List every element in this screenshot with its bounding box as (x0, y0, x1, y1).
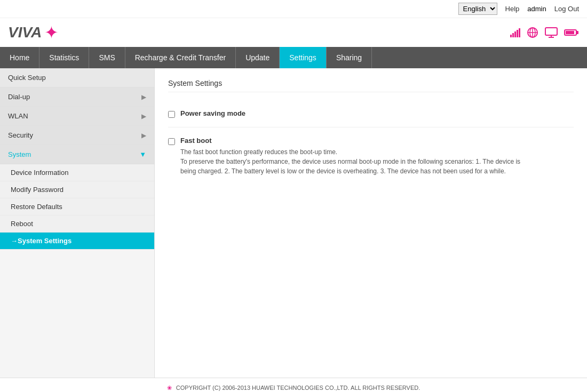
logo-star-icon: ✦ (44, 22, 59, 43)
sidebar-item-label: Dial-up (8, 93, 30, 101)
copyright-text: COPYRIGHT (C) 2006-2013 HUAWEI TECHNOLOG… (176, 385, 420, 391)
fast-boot-description: The fast boot function greatly reduces t… (180, 147, 527, 176)
power-saving-label[interactable]: Power saving mode (180, 109, 245, 117)
nav-sharing[interactable]: Sharing (327, 47, 372, 68)
header-top-row: English Help admin Log Out (0, 0, 587, 18)
nav-update[interactable]: Update (236, 47, 280, 68)
sidebar-item-dialup[interactable]: Dial-up ▶ (0, 87, 154, 107)
globe-icon (527, 27, 538, 38)
sidebar-item-wlan[interactable]: WLAN ▶ (0, 107, 154, 126)
power-saving-checkbox[interactable] (168, 111, 175, 118)
language-dropdown[interactable]: English (458, 3, 497, 15)
monitor-icon (545, 27, 558, 38)
nav-sms[interactable]: SMS (89, 47, 125, 68)
svg-rect-8 (566, 31, 574, 34)
main-content: System Settings Power saving mode Fast b… (155, 68, 587, 378)
content-wrapper: SetupRouter.com Quick Setup Dial-up ▶ WL… (0, 68, 587, 378)
section-title: System Settings (168, 79, 574, 92)
power-saving-container: Power saving mode (180, 109, 245, 117)
sidebar-subitem-system-settings[interactable]: →System Settings (0, 233, 154, 250)
header: English Help admin Log Out VIVA ✦ (0, 0, 587, 47)
sidebar-subitem-modify-password[interactable]: Modify Password (0, 181, 154, 198)
sidebar-item-security[interactable]: Security ▶ (0, 126, 154, 145)
status-icons (510, 27, 579, 38)
footer: ❀ COPYRIGHT (C) 2006-2013 HUAWEI TECHNOL… (0, 378, 587, 392)
header-main-row: VIVA ✦ (0, 18, 587, 47)
signal-icon (510, 28, 520, 37)
svg-rect-4 (545, 28, 557, 35)
nav-statistics[interactable]: Statistics (39, 47, 89, 68)
help-link[interactable]: Help (505, 5, 520, 13)
chevron-right-icon: ▶ (141, 113, 146, 120)
sidebar-item-label: System (8, 150, 31, 158)
logout-link[interactable]: Log Out (554, 5, 579, 13)
nav-settings[interactable]: Settings (280, 47, 327, 68)
sidebar-item-quick-setup[interactable]: Quick Setup (0, 68, 154, 87)
power-saving-row: Power saving mode (168, 103, 574, 124)
chevron-right-icon: ▶ (141, 93, 146, 101)
sidebar: Quick Setup Dial-up ▶ WLAN ▶ Security ▶ … (0, 68, 155, 378)
logo-text: VIVA (8, 24, 42, 41)
svg-rect-9 (576, 31, 578, 34)
sidebar-item-label: Security (8, 131, 33, 139)
language-selector[interactable]: English (458, 3, 497, 15)
huawei-logo-icon: ❀ (167, 385, 172, 391)
sidebar-subitem-reboot[interactable]: Reboot (0, 215, 154, 233)
fast-boot-checkbox[interactable] (168, 138, 175, 145)
battery-icon (564, 28, 579, 37)
sidebar-subitem-restore-defaults[interactable]: Restore Defaults (0, 198, 154, 215)
fast-boot-label[interactable]: Fast boot (180, 137, 527, 145)
sidebar-subitem-device-info[interactable]: Device Information (0, 164, 154, 181)
fast-boot-container: Fast boot The fast boot function greatly… (180, 137, 527, 176)
sidebar-item-label: WLAN (8, 112, 28, 120)
sidebar-item-system[interactable]: System ▼ (0, 145, 154, 164)
chevron-right-icon: ▶ (141, 132, 146, 139)
admin-label: admin (527, 5, 546, 13)
fast-boot-row: Fast boot The fast boot function greatly… (168, 130, 574, 182)
navbar: Home Statistics SMS Recharge & Credit Tr… (0, 47, 587, 68)
logo: VIVA ✦ (8, 22, 59, 43)
chevron-down-icon: ▼ (139, 150, 146, 158)
nav-home[interactable]: Home (0, 47, 39, 68)
nav-recharge[interactable]: Recharge & Credit Transfer (125, 47, 236, 68)
sidebar-item-label: Quick Setup (8, 74, 46, 82)
